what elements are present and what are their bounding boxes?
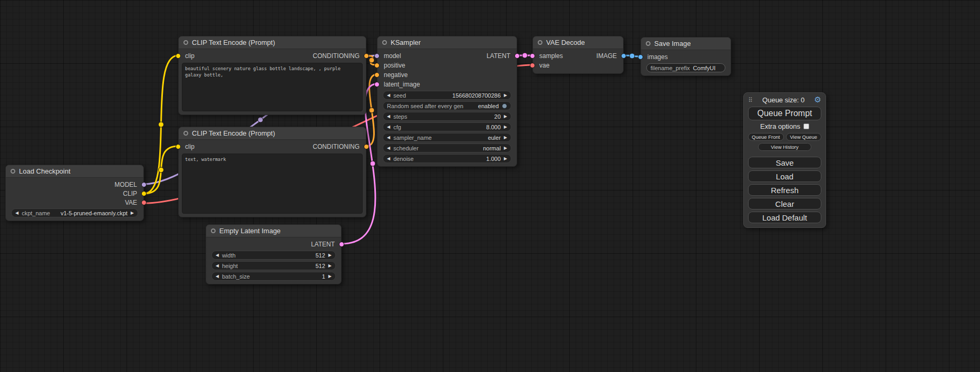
decrement-arrow-icon[interactable]: ◀ <box>216 264 219 268</box>
toggle-dot-icon[interactable] <box>502 103 507 109</box>
increment-arrow-icon[interactable]: ▶ <box>328 253 332 257</box>
node-header[interactable]: CLIP Text Encode (Prompt) <box>179 127 366 140</box>
output-port-conditioning[interactable] <box>364 53 369 59</box>
increment-arrow-icon[interactable]: ▶ <box>131 211 134 215</box>
node-header[interactable]: Load Checkpoint <box>6 165 143 178</box>
widget-scheduler[interactable]: ◀ scheduler normal ▶ <box>383 144 511 152</box>
node-header[interactable]: VAE Decode <box>533 36 623 49</box>
view-queue-button[interactable]: View Queue <box>786 133 822 141</box>
save-button[interactable]: Save <box>748 157 821 168</box>
output-port-latent[interactable] <box>339 242 344 247</box>
increment-arrow-icon[interactable]: ▶ <box>504 146 507 150</box>
widget-cfg[interactable]: ◀ cfg 8.000 ▶ <box>383 122 511 131</box>
widget-label: filename_prefix <box>651 65 690 71</box>
output-port-image[interactable] <box>621 53 626 59</box>
increment-arrow-icon[interactable]: ▶ <box>328 274 332 279</box>
widget-denoise[interactable]: ◀ denoise 1.000 ▶ <box>383 154 511 163</box>
widget-value: euler <box>488 135 500 141</box>
output-port-model[interactable] <box>141 182 147 187</box>
decrement-arrow-icon[interactable]: ◀ <box>387 136 390 140</box>
decrement-arrow-icon[interactable]: ◀ <box>387 125 390 129</box>
increment-arrow-icon[interactable]: ▶ <box>328 264 332 268</box>
prompt-text-area[interactable]: text, watermark <box>182 154 363 214</box>
node-header[interactable]: KSampler <box>377 36 517 49</box>
node-title: CLIP Text Encode (Prompt) <box>192 39 275 46</box>
output-port-conditioning[interactable] <box>364 144 369 149</box>
queue-buttons-row: Queue Front View Queue <box>748 133 821 141</box>
node-load-checkpoint[interactable]: Load Checkpoint MODEL CLIP VAE ◀ ckpt_na… <box>5 165 144 221</box>
increment-arrow-icon[interactable]: ▶ <box>504 136 507 140</box>
node-header[interactable]: Save Image <box>641 37 731 50</box>
prompt-text-area[interactable]: beautiful scenery nature glass bottle la… <box>182 63 363 111</box>
widget-batch-size[interactable]: ◀ batch_size 1 ▶ <box>211 272 336 281</box>
input-port-negative[interactable] <box>374 72 380 78</box>
increment-arrow-icon[interactable]: ▶ <box>504 157 507 161</box>
output-port-clip[interactable] <box>141 191 147 196</box>
decrement-arrow-icon[interactable]: ◀ <box>387 115 390 119</box>
widget-filename-prefix[interactable]: filename_prefix ComfyUI <box>646 63 725 72</box>
widget-ckpt-name[interactable]: ◀ ckpt_name v1-5-pruned-emaonly.ckpt ▶ <box>11 208 138 217</box>
decrement-arrow-icon[interactable]: ◀ <box>216 274 219 279</box>
input-port-positive[interactable] <box>374 63 380 68</box>
node-clip-text-encode-positive[interactable]: CLIP Text Encode (Prompt) clip CONDITION… <box>178 36 366 115</box>
input-port-vae[interactable] <box>530 63 535 68</box>
widget-value: normal <box>483 145 501 151</box>
extra-options-checkbox[interactable] <box>803 123 809 129</box>
node-save-image[interactable]: Save Image images filename_prefix ComfyU… <box>641 37 731 76</box>
node-vae-decode[interactable]: VAE Decode samples IMAGE vae <box>532 36 624 74</box>
collapse-toggle-icon[interactable] <box>646 41 651 46</box>
collapse-toggle-icon[interactable] <box>211 228 216 233</box>
link-dot-negative <box>369 108 374 113</box>
queue-prompt-button[interactable]: Queue Prompt <box>748 107 821 120</box>
increment-arrow-icon[interactable]: ▶ <box>504 115 507 119</box>
output-port-latent[interactable] <box>515 53 520 59</box>
collapse-toggle-icon[interactable] <box>11 169 15 174</box>
node-header[interactable]: CLIP Text Encode (Prompt) <box>179 36 366 49</box>
widget-height[interactable]: ◀ height 512 ▶ <box>211 261 336 270</box>
input-label-model: model <box>384 52 401 60</box>
collapse-toggle-icon[interactable] <box>183 40 188 45</box>
load-default-button[interactable]: Load Default <box>748 212 821 223</box>
clear-button[interactable]: Clear <box>748 198 821 209</box>
node-graph-canvas[interactable]: Load Checkpoint MODEL CLIP VAE ◀ ckpt_na… <box>0 0 980 372</box>
output-port-vae[interactable] <box>141 200 147 205</box>
collapse-toggle-icon[interactable] <box>382 40 387 45</box>
increment-arrow-icon[interactable]: ▶ <box>504 93 507 98</box>
collapse-toggle-icon[interactable] <box>538 40 542 45</box>
collapse-toggle-icon[interactable] <box>183 131 188 136</box>
widget-width[interactable]: ◀ width 512 ▶ <box>211 251 336 260</box>
extra-options-row: Extra options <box>748 122 821 130</box>
input-label-images: images <box>647 53 668 61</box>
input-port-clip[interactable] <box>176 53 181 59</box>
input-port-samples[interactable] <box>530 53 535 59</box>
node-ksampler[interactable]: KSampler model LATENT positive negative … <box>377 36 517 167</box>
drag-handle-icon[interactable]: ⠿ <box>748 97 753 104</box>
widget-random-seed-toggle[interactable]: Random seed after every gen enabled <box>383 101 511 110</box>
widget-seed[interactable]: ◀ seed 156680208700286 ▶ <box>383 91 511 100</box>
widget-steps[interactable]: ◀ steps 20 ▶ <box>383 112 511 121</box>
settings-gear-icon[interactable]: ⚙ <box>814 96 821 104</box>
decrement-arrow-icon[interactable]: ◀ <box>387 146 390 150</box>
port-row: positive <box>377 61 517 70</box>
port-row: samples IMAGE <box>533 51 623 61</box>
refresh-button[interactable]: Refresh <box>748 184 821 196</box>
increment-arrow-icon[interactable]: ▶ <box>504 125 507 129</box>
link-dot-image <box>629 53 635 59</box>
decrement-arrow-icon[interactable]: ◀ <box>15 211 18 215</box>
input-port-model[interactable] <box>374 53 380 59</box>
decrement-arrow-icon[interactable]: ◀ <box>387 157 390 161</box>
load-button[interactable]: Load <box>748 170 821 182</box>
decrement-arrow-icon[interactable]: ◀ <box>216 253 219 257</box>
input-port-clip[interactable] <box>176 144 181 149</box>
input-port-latent-image[interactable] <box>374 82 380 87</box>
input-label-samples: samples <box>539 52 563 60</box>
view-history-button[interactable]: View History <box>758 143 811 151</box>
node-empty-latent-image[interactable]: Empty Latent Image LATENT ◀ width 512 ▶ … <box>206 224 342 284</box>
input-port-images[interactable] <box>638 54 643 60</box>
widget-sampler-name[interactable]: ◀ sampler_name euler ▶ <box>383 133 511 142</box>
decrement-arrow-icon[interactable]: ◀ <box>387 93 390 98</box>
node-header[interactable]: Empty Latent Image <box>206 225 341 237</box>
output-label-clip: CLIP <box>123 190 137 197</box>
queue-front-button[interactable]: Queue Front <box>748 133 784 141</box>
node-clip-text-encode-negative[interactable]: CLIP Text Encode (Prompt) clip CONDITION… <box>178 127 366 217</box>
